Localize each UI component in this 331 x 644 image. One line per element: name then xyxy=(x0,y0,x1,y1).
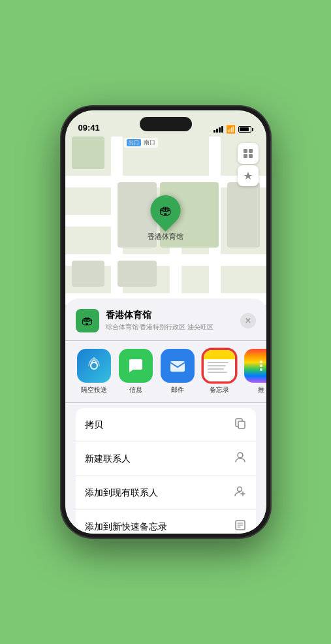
share-row: 隔空投送 信息 xyxy=(65,341,266,403)
action-add-to-contact[interactable]: 添加到现有联系人 xyxy=(76,476,256,510)
add-contact-icon xyxy=(234,485,247,501)
svg-rect-2 xyxy=(244,154,247,158)
stadium-marker: 🏟 香港体育馆 xyxy=(148,195,183,242)
airdrop-label: 隔空投送 xyxy=(81,386,107,394)
status-icons: 📶 xyxy=(213,125,253,134)
bottom-sheet: 🏟 香港体育馆 综合体育馆·香港特别行政区 油尖旺区 ✕ xyxy=(65,298,266,534)
action-copy[interactable]: 拷贝 xyxy=(76,408,256,442)
phone-frame: 09:41 📶 xyxy=(61,106,270,538)
stadium-map-label: 香港体育馆 xyxy=(148,232,183,242)
action-new-contact-label: 新建联系人 xyxy=(85,453,131,465)
mail-icon-wrap xyxy=(161,349,195,383)
venue-description: 综合体育馆·香港特别行政区 油尖旺区 xyxy=(106,323,240,332)
map-controls xyxy=(238,143,259,186)
svg-rect-0 xyxy=(244,149,247,153)
map-label: 出口 南口 xyxy=(124,138,159,148)
airdrop-icon-wrap xyxy=(77,349,111,383)
action-list: 拷贝 新建联系人 xyxy=(76,408,256,534)
dynamic-island xyxy=(140,117,192,131)
svg-rect-3 xyxy=(249,154,253,158)
venue-header: 🏟 香港体育馆 综合体育馆·香港特别行政区 油尖旺区 ✕ xyxy=(65,309,266,341)
more-label: 推 xyxy=(258,386,264,394)
share-item-airdrop[interactable]: 隔空投送 xyxy=(76,349,112,394)
venue-name: 香港体育馆 xyxy=(106,310,240,321)
venue-icon: 🏟 xyxy=(76,309,99,332)
quick-note-icon xyxy=(234,519,247,534)
svg-point-4 xyxy=(91,362,97,369)
close-button[interactable]: ✕ xyxy=(240,313,256,329)
phone-screen: 09:41 📶 xyxy=(65,110,266,534)
action-quick-note-label: 添加到新快速备忘录 xyxy=(85,521,167,533)
new-contact-icon xyxy=(234,451,247,467)
battery-icon xyxy=(238,126,253,133)
wifi-icon: 📶 xyxy=(226,125,236,134)
action-copy-label: 拷贝 xyxy=(85,419,103,431)
svg-point-8 xyxy=(237,487,242,492)
svg-rect-1 xyxy=(249,149,253,153)
messages-label: 信息 xyxy=(129,386,142,394)
signal-icon xyxy=(213,126,223,133)
messages-icon-wrap xyxy=(119,349,153,383)
stadium-pin: 🏟 xyxy=(144,189,187,231)
share-item-notes[interactable]: 备忘录 xyxy=(201,349,238,394)
map-view-button[interactable] xyxy=(238,143,259,164)
venue-info: 香港体育馆 综合体育馆·香港特别行政区 油尖旺区 xyxy=(106,310,240,332)
share-item-mail[interactable]: 邮件 xyxy=(159,349,196,394)
notes-icon-wrap xyxy=(202,349,236,383)
action-quick-note[interactable]: 添加到新快速备忘录 xyxy=(76,510,256,534)
svg-point-7 xyxy=(238,453,243,458)
more-dots-icon xyxy=(260,361,262,371)
svg-rect-6 xyxy=(238,421,245,428)
stadium-pin-icon: 🏟 xyxy=(159,203,172,218)
copy-icon xyxy=(234,417,247,433)
share-item-messages[interactable]: 信息 xyxy=(118,349,154,394)
action-new-contact[interactable]: 新建联系人 xyxy=(76,442,256,476)
status-time: 09:41 xyxy=(78,123,100,134)
more-icon-wrap xyxy=(244,349,266,383)
mail-label: 邮件 xyxy=(171,386,184,394)
share-item-more[interactable]: 推 xyxy=(243,349,266,394)
location-button[interactable] xyxy=(238,165,259,186)
action-add-contact-label: 添加到现有联系人 xyxy=(85,487,158,499)
notes-label: 备忘录 xyxy=(210,386,229,394)
